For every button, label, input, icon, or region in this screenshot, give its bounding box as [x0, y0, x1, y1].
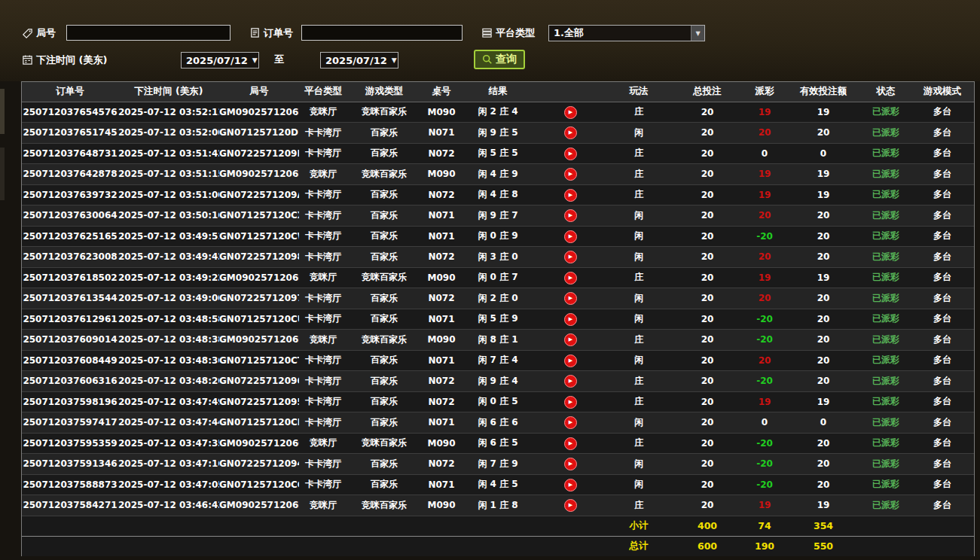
cell-round: GM0902571206I [219, 267, 299, 288]
total-total-bet: 600 [671, 536, 743, 556]
order-number-input[interactable] [301, 25, 463, 41]
cell-result: 闲 5 庄 9 [462, 309, 534, 330]
cell-valid-bet: 20 [786, 350, 861, 371]
cell-mode: 多台 [911, 164, 974, 185]
cell-platform: 卡卡湾厅 [299, 123, 347, 144]
cell-mode: 多台 [911, 371, 974, 392]
play-video-button[interactable]: ▶ [564, 292, 577, 305]
layers-icon [481, 27, 493, 38]
cell-valid-bet: 20 [786, 454, 861, 475]
tag-icon [22, 28, 33, 39]
cell-mode: 多台 [911, 309, 974, 330]
cell-result: 闲 8 庄 1 [462, 330, 534, 351]
date-to-picker[interactable]: 2025/07/12 ▼ [320, 52, 398, 68]
cell-order: 250712037613544 [22, 288, 118, 309]
play-video-button[interactable]: ▶ [564, 126, 577, 139]
play-video-button[interactable]: ▶ [564, 106, 577, 119]
left-edge-decoration [0, 89, 5, 134]
cell-round: GM0902571206K [219, 164, 299, 185]
play-video-button[interactable]: ▶ [564, 416, 577, 429]
cell-play: ▶ [534, 371, 606, 392]
play-video-button[interactable]: ▶ [564, 375, 577, 388]
cell-time: 2025-07-12 03:50:16 [118, 205, 219, 227]
cell-valid-bet: 0 [786, 143, 861, 164]
cell-bet-side: 庄 [606, 143, 671, 164]
cell-play: ▶ [534, 102, 606, 123]
cell-result: 闲 7 庄 4 [462, 350, 534, 371]
cell-platform: 竞咪厅 [299, 495, 347, 516]
table-row: 2507120375913462025-07-12 03:47:16GN0722… [22, 454, 974, 475]
table-row: 2507120376135442025-07-12 03:49:00GN0722… [22, 288, 974, 309]
play-video-button[interactable]: ▶ [564, 437, 577, 450]
chevron-down-icon: ▼ [691, 26, 704, 41]
cell-total-bet: 20 [671, 288, 743, 309]
play-video-button[interactable]: ▶ [564, 209, 577, 222]
play-video-button[interactable]: ▶ [564, 272, 577, 285]
cell-order: 250712037625165 [22, 226, 118, 247]
cell-payout: 19 [743, 391, 786, 412]
cell-mode: 多台 [911, 247, 974, 268]
play-video-button[interactable]: ▶ [564, 230, 577, 243]
play-video-button[interactable]: ▶ [564, 355, 577, 367]
play-video-button[interactable]: ▶ [564, 458, 577, 470]
cell-bet-side: 闲 [606, 412, 671, 434]
cell-game-type: 百家乐 [347, 474, 421, 495]
cell-table-no: N071 [421, 474, 462, 495]
cell-bet-side: 闲 [606, 474, 671, 495]
col-header-valid-bet: 有效投注额 [786, 82, 861, 102]
play-video-button[interactable]: ▶ [564, 189, 577, 202]
cell-order: 250712037642878 [22, 164, 118, 185]
table-row: 2507120375888732025-07-12 03:47:05GN0712… [22, 474, 974, 495]
cell-table-no: N072 [421, 143, 462, 164]
cell-game-type: 百家乐 [347, 205, 421, 227]
cell-platform: 卡卡湾厅 [299, 226, 347, 247]
play-video-button[interactable]: ▶ [564, 499, 577, 512]
cell-game-type: 百家乐 [347, 226, 421, 247]
col-header-platform: 平台类型 [299, 82, 347, 102]
play-video-button[interactable]: ▶ [564, 168, 577, 181]
cell-game-type: 竞咪百家乐 [347, 164, 421, 185]
cell-total-bet: 20 [671, 102, 743, 123]
platform-type-select[interactable]: 1.全部 ▼ [548, 25, 705, 41]
cell-payout: 20 [743, 123, 786, 144]
cell-play: ▶ [534, 412, 606, 434]
table-row: 2507120375953592025-07-12 03:47:35GM0902… [22, 433, 974, 454]
cell-order: 250712037654576 [22, 102, 118, 123]
cell-bet-side: 庄 [606, 102, 671, 123]
cell-status: 已派彩 [861, 433, 911, 454]
cell-total-bet: 20 [671, 412, 743, 434]
play-video-button[interactable]: ▶ [564, 313, 577, 326]
query-button[interactable]: 查询 [474, 50, 525, 69]
cell-status: 已派彩 [861, 247, 911, 268]
cell-round: GN0722571209A [219, 184, 299, 205]
filter-toolbar: 局号 订单号 平台类型 1.全部 ▼ 下注时间 (美东) 2025/07/12 … [0, 0, 980, 81]
cell-payout: 20 [743, 247, 786, 268]
table-row: 2507120376230082025-07-12 03:49:42GN0722… [22, 247, 974, 268]
cell-table-no: N072 [421, 391, 462, 412]
cell-bet-side: 庄 [606, 371, 671, 392]
cell-table-no: M090 [421, 164, 462, 185]
play-video-button[interactable]: ▶ [564, 479, 577, 492]
play-video-button[interactable]: ▶ [564, 148, 577, 160]
cell-table-no: M090 [421, 495, 462, 516]
play-video-button[interactable]: ▶ [564, 396, 577, 409]
calendar-icon [22, 54, 33, 65]
date-from-picker[interactable]: 2025/07/12 ▼ [181, 52, 259, 68]
cell-status: 已派彩 [861, 184, 911, 205]
cell-total-bet: 20 [671, 247, 743, 268]
cell-round: GN0722571209B [219, 143, 299, 164]
cell-platform: 卡卡湾厅 [299, 288, 347, 309]
cell-status: 已派彩 [861, 412, 911, 434]
cell-table-no: N071 [421, 205, 462, 227]
cell-mode: 多台 [911, 102, 974, 123]
cell-round: GM0902571206L [219, 102, 299, 123]
table-header-row: 订单号 下注时间 (美东) 局号 平台类型 游戏类型 桌号 结果 玩法 总投注 … [22, 82, 974, 102]
cell-play: ▶ [534, 247, 606, 268]
cell-result: 闲 6 庄 5 [462, 433, 534, 454]
cell-order: 250712037609014 [22, 330, 118, 351]
round-number-input[interactable] [66, 25, 230, 41]
chevron-down-icon: ▼ [252, 56, 258, 64]
play-video-button[interactable]: ▶ [564, 251, 577, 263]
play-video-button[interactable]: ▶ [564, 333, 577, 346]
cell-time: 2025-07-12 03:52:00 [118, 123, 219, 144]
